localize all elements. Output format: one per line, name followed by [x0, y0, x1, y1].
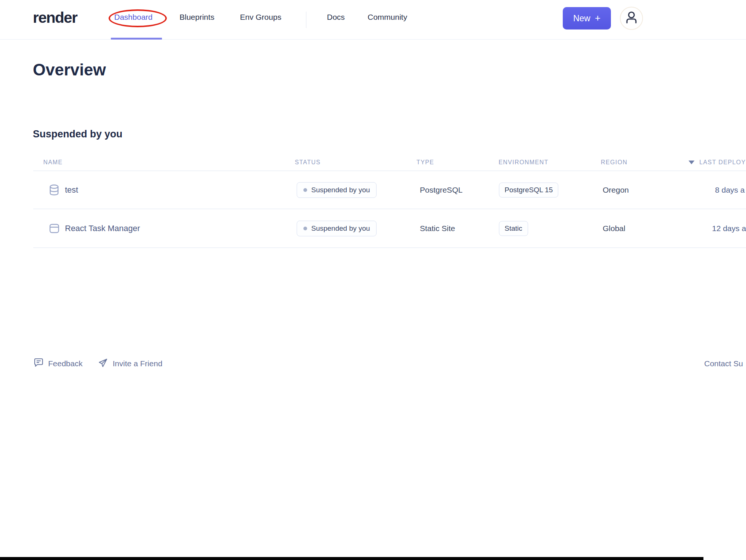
render-logo[interactable]: render	[33, 9, 77, 27]
row-divider	[33, 248, 746, 248]
new-button-label: New	[573, 13, 590, 24]
nav-item-dashboard[interactable]: Dashboard	[114, 13, 153, 22]
nav-divider	[306, 12, 306, 28]
type-cell: Static Site	[420, 224, 455, 233]
table-header-row: NAME STATUS TYPE ENVIRONMENT REGION LAST…	[0, 159, 746, 171]
contact-support-link[interactable]: Contact Su	[704, 358, 743, 370]
sort-desc-icon	[689, 161, 695, 164]
page-title: Overview	[33, 60, 106, 79]
status-badge: Suspended by you	[297, 221, 377, 236]
type-cell: PostgreSQL	[420, 186, 462, 195]
user-icon	[624, 10, 639, 27]
feedback-label: Feedback	[48, 359, 82, 368]
invite-a-friend-link[interactable]: Invite a Friend	[98, 358, 162, 370]
column-header-environment[interactable]: ENVIRONMENT	[499, 159, 549, 166]
account-button[interactable]	[620, 7, 643, 30]
column-header-last-deploy-label: LAST DEPLOY	[699, 159, 746, 166]
top-nav: render Dashboard Blueprints Env Groups D…	[0, 0, 746, 40]
environment-cell: Static	[499, 221, 528, 236]
last-deploy-cell: 12 days a	[712, 224, 746, 233]
region-cell: Global	[603, 224, 625, 233]
plus-icon: +	[595, 12, 600, 24]
column-header-last-deploy[interactable]: LAST DEPLOY	[689, 159, 746, 166]
environment-badge: Static	[499, 221, 528, 236]
status-badge: Suspended by you	[297, 182, 377, 198]
database-icon	[49, 184, 59, 196]
active-tab-underline	[111, 38, 162, 40]
column-header-type[interactable]: TYPE	[416, 159, 434, 166]
section-title: Suspended by you	[33, 128, 122, 140]
feedback-link[interactable]: Feedback	[34, 358, 82, 370]
dashboard-page: render Dashboard Blueprints Env Groups D…	[0, 0, 746, 560]
status-badge-label: Suspended by you	[311, 224, 370, 233]
nav-item-env-groups[interactable]: Env Groups	[240, 13, 281, 22]
invite-label: Invite a Friend	[113, 359, 162, 368]
nav-item-community[interactable]: Community	[368, 13, 407, 22]
contact-label: Contact Su	[704, 359, 743, 368]
new-button[interactable]: New +	[563, 7, 611, 29]
paper-plane-icon	[98, 358, 108, 370]
status-dot-icon	[303, 227, 307, 230]
region-cell: Oregon	[603, 186, 629, 195]
status-cell: Suspended by you	[297, 182, 377, 198]
column-header-status[interactable]: STATUS	[295, 159, 321, 166]
environment-cell: PostgreSQL 15	[499, 183, 558, 197]
column-header-name[interactable]: NAME	[43, 159, 63, 166]
service-name-link[interactable]: React Task Manager	[65, 224, 140, 233]
last-deploy-cell: 8 days a	[715, 186, 745, 195]
bottom-bar	[0, 557, 703, 560]
status-cell: Suspended by you	[297, 221, 377, 236]
nav-item-docs[interactable]: Docs	[327, 13, 345, 22]
column-header-region[interactable]: REGION	[601, 159, 628, 166]
static-site-icon	[49, 223, 59, 233]
table-row-react-task-manager[interactable]: React Task Manager Suspended by you Stat…	[0, 209, 746, 248]
service-name-link[interactable]: test	[65, 185, 78, 195]
status-badge-label: Suspended by you	[311, 186, 370, 194]
table-row-test[interactable]: test Suspended by you PostgreSQL Postgre…	[0, 171, 746, 209]
status-dot-icon	[303, 188, 307, 192]
feedback-icon	[34, 358, 44, 370]
nav-item-blueprints[interactable]: Blueprints	[180, 13, 214, 22]
environment-badge: PostgreSQL 15	[499, 183, 558, 197]
